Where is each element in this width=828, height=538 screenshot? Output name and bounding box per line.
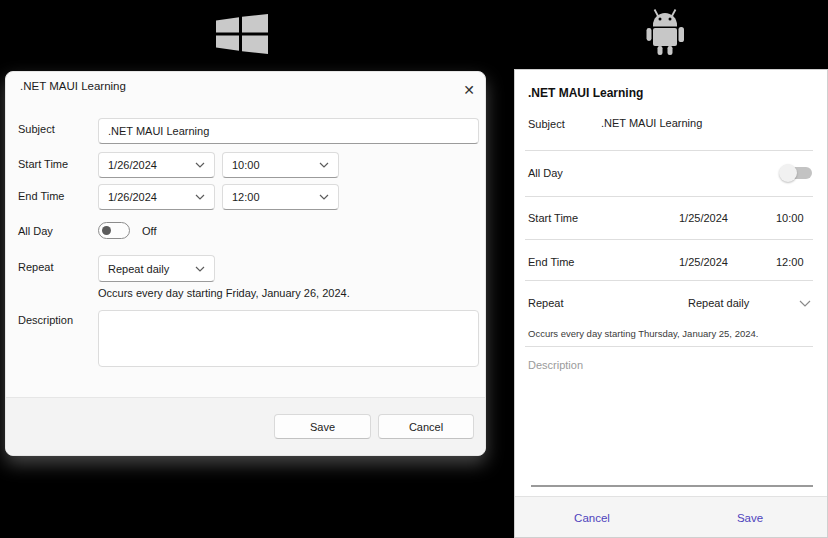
repeat-label: Repeat (528, 297, 563, 309)
all-day-state: Off (142, 225, 156, 237)
start-date-value: 1/26/2024 (108, 159, 157, 171)
divider (525, 196, 813, 197)
chevron-down-icon (195, 162, 205, 168)
subject-label: Subject (18, 123, 55, 135)
divider (525, 239, 813, 240)
repeat-label: Repeat (18, 261, 53, 273)
start-time-value: 10:00 (232, 159, 260, 171)
start-time-label: Start Time (18, 158, 68, 170)
switch-thumb (779, 164, 797, 182)
save-button[interactable]: Save (274, 414, 371, 439)
description-label: Description (18, 314, 73, 326)
cancel-button[interactable]: Cancel (378, 414, 474, 439)
chevron-down-icon[interactable] (799, 300, 811, 307)
description-placeholder[interactable]: Description (528, 359, 583, 371)
divider (525, 346, 813, 347)
toggle-knob (102, 226, 111, 235)
cancel-button[interactable]: Cancel (547, 497, 637, 538)
start-time-label: Start Time (528, 212, 578, 224)
end-time-combobox[interactable]: 12:00 (222, 184, 339, 210)
all-day-label: All Day (528, 167, 563, 179)
repeat-value[interactable]: Repeat daily (688, 297, 749, 309)
end-time-value[interactable]: 12:00 (776, 256, 804, 268)
divider (525, 150, 813, 151)
dialog-title: .NET MAUI Learning (20, 80, 126, 92)
editor-title: .NET MAUI Learning (528, 86, 643, 100)
end-time-label: End Time (18, 190, 64, 202)
repeat-combobox[interactable]: Repeat daily (98, 255, 215, 282)
windows-logo-icon (216, 14, 268, 54)
recurrence-summary: Occurs every day starting Friday, Januar… (98, 287, 350, 299)
android-logo-icon (643, 8, 687, 62)
chevron-down-icon (195, 194, 205, 200)
end-time-label: End Time (528, 256, 574, 268)
all-day-toggle[interactable] (98, 222, 130, 239)
all-day-label: All Day (18, 225, 53, 237)
all-day-switch[interactable] (781, 166, 812, 180)
divider (525, 280, 813, 281)
start-date-value[interactable]: 1/25/2024 (679, 212, 728, 224)
end-date-combobox[interactable]: 1/26/2024 (98, 184, 215, 210)
editor-footer: Cancel Save (515, 496, 827, 537)
start-time-combobox[interactable]: 10:00 (222, 152, 339, 178)
save-button[interactable]: Save (705, 497, 795, 538)
subject-label: Subject (528, 118, 565, 130)
android-appointment-editor: .NET MAUI Learning Subject .NET MAUI Lea… (514, 69, 828, 538)
close-icon: ✕ (463, 82, 475, 98)
repeat-value: Repeat daily (108, 263, 169, 275)
subject-input[interactable] (98, 118, 479, 144)
end-time-value: 12:00 (232, 191, 260, 203)
description-field-underline (531, 485, 813, 487)
dialog-footer: Save Cancel (6, 397, 485, 455)
chevron-down-icon (319, 162, 329, 168)
start-time-value[interactable]: 10:00 (776, 212, 804, 224)
start-date-combobox[interactable]: 1/26/2024 (98, 152, 215, 178)
end-date-value[interactable]: 1/25/2024 (679, 256, 728, 268)
description-textarea[interactable] (98, 310, 479, 367)
chevron-down-icon (195, 266, 205, 272)
recurrence-summary: Occurs every day starting Thursday, Janu… (528, 328, 758, 339)
end-date-value: 1/26/2024 (108, 191, 157, 203)
close-button[interactable]: ✕ (456, 77, 482, 103)
windows-appointment-dialog: .NET MAUI Learning ✕ Subject Start Time … (5, 71, 486, 456)
subject-value[interactable]: .NET MAUI Learning (601, 117, 702, 129)
chevron-down-icon (319, 194, 329, 200)
